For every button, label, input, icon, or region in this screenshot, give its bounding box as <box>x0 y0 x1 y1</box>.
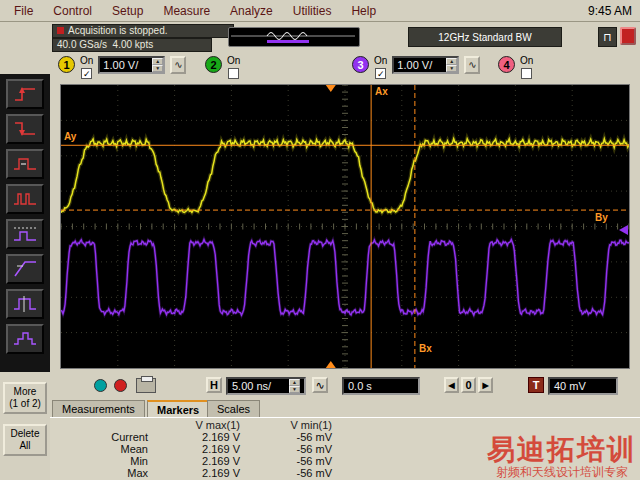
delete-all-button[interactable]: DeleteAll <box>3 424 47 456</box>
print-button[interactable] <box>136 378 156 393</box>
channel-3-coupling-button[interactable]: ∿ <box>464 56 480 74</box>
channel-4-controls: 4 On <box>498 56 533 79</box>
more-button[interactable]: More(1 of 2) <box>3 382 47 414</box>
acquisition-status: Acquisition is stopped. <box>52 24 234 38</box>
channel-2-badge[interactable]: 2 <box>205 56 222 73</box>
menu-measure[interactable]: Measure <box>153 1 220 21</box>
tab-scales[interactable]: Scales <box>207 400 260 417</box>
trigger-toolbar <box>0 74 50 372</box>
horizontal-position-box[interactable]: 0.0 s <box>342 377 420 395</box>
oscilloscope-app: File Control Setup Measure Analyze Utili… <box>0 0 640 480</box>
timebase-dropdown[interactable]: 5.00 ns/ ▲ ▼ <box>226 377 306 395</box>
trigger-transition-button[interactable] <box>6 254 44 284</box>
preview-waveform-icon <box>229 28 357 44</box>
current-vmin: -56 mV <box>246 431 338 443</box>
trigger-mode-icon[interactable]: ⊓ <box>598 27 617 47</box>
trigger-level-box[interactable]: 40 mV <box>548 377 618 395</box>
menu-help[interactable]: Help <box>341 1 386 21</box>
marker-ax-label[interactable]: Ax <box>375 86 388 97</box>
channel-3-controls: 3 On ✓ 1.00 V/ ▲ ▼ ∿ <box>352 56 480 79</box>
timebase-up[interactable]: ▲ <box>289 379 300 386</box>
measurement-table: V max(1) V min(1) Current 2.169 V -56 mV… <box>74 419 338 479</box>
channel-2-controls: 2 On <box>205 56 240 79</box>
vmax-column-header: V max(1) <box>154 419 246 431</box>
channel-2-on-checkbox[interactable] <box>228 68 239 79</box>
channel-1-badge[interactable]: 1 <box>58 56 75 73</box>
waveform-display[interactable]: Ax Ay Bx By <box>60 84 630 369</box>
channel-1-coupling-button[interactable]: ∿ <box>170 56 186 74</box>
bandwidth-status: 12GHz Standard BW <box>408 27 562 47</box>
max-vmin: -56 mV <box>246 467 338 479</box>
trigger-edge-rising-button[interactable] <box>6 79 44 109</box>
max-vmax: 2.169 V <box>154 467 246 479</box>
trigger-menu-button[interactable]: T <box>528 377 544 393</box>
menu-control[interactable]: Control <box>43 1 102 21</box>
glitch-icon <box>12 189 38 209</box>
channel-4-on-checkbox[interactable] <box>521 68 532 79</box>
menu-file[interactable]: File <box>4 1 43 21</box>
channel-3-on-label: On <box>374 56 387 66</box>
horizontal-menu-button[interactable]: H <box>206 377 222 393</box>
transition-icon <box>12 259 38 279</box>
row-header-blank <box>74 419 154 431</box>
channel-1-controls: 1 On ✓ 1.00 V/ ▲ ▼ ∿ <box>58 56 186 79</box>
waveform-grid <box>61 85 629 368</box>
edge-falling-icon <box>12 119 38 139</box>
channel-1-scale-up[interactable]: ▲ <box>152 58 163 65</box>
row-label-min: Min <box>74 455 154 467</box>
tab-measurements[interactable]: Measurements <box>52 400 145 417</box>
min-vmax: 2.169 V <box>154 455 246 467</box>
current-vmax: 2.169 V <box>154 431 246 443</box>
clock: 9:45 AM <box>588 4 640 18</box>
channel-4-badge[interactable]: 4 <box>498 56 515 73</box>
horizontal-position-preview[interactable] <box>228 27 360 47</box>
timebase-down[interactable]: ▼ <box>289 386 300 393</box>
channel-1-on-checkbox[interactable]: ✓ <box>81 68 92 79</box>
menu-bar: File Control Setup Measure Analyze Utili… <box>0 0 640 22</box>
mean-vmin: -56 mV <box>246 443 338 455</box>
trigger-window-button[interactable] <box>6 289 44 319</box>
channel-3-on-checkbox[interactable]: ✓ <box>375 68 386 79</box>
stop-button[interactable] <box>114 379 127 392</box>
trigger-edge-falling-button[interactable] <box>6 114 44 144</box>
min-vmin: -56 mV <box>246 455 338 467</box>
marker-by-label[interactable]: By <box>595 212 608 223</box>
menu-analyze[interactable]: Analyze <box>220 1 283 21</box>
mean-vmax: 2.169 V <box>154 443 246 455</box>
trigger-pattern-button[interactable] <box>6 324 44 354</box>
channel-1-scale-down[interactable]: ▼ <box>152 65 163 72</box>
horizontal-bar: H 5.00 ns/ ▲ ▼ ∿ 0.0 s ◀ 0 ▶ T 40 mV <box>50 372 640 400</box>
channel-3-scale-dropdown[interactable]: 1.00 V/ ▲ ▼ <box>392 56 459 74</box>
trigger-glitch-button[interactable] <box>6 184 44 214</box>
edge-rising-icon <box>12 84 38 104</box>
window-icon <box>12 294 38 314</box>
pattern-icon <box>12 329 38 349</box>
run-stop-button[interactable] <box>620 27 636 45</box>
tab-markers[interactable]: Markers <box>147 400 209 418</box>
channel-3-scale-up[interactable]: ▲ <box>446 58 457 65</box>
channel-1-scale-dropdown[interactable]: 1.00 V/ ▲ ▼ <box>98 56 165 74</box>
touch-button[interactable] <box>94 379 107 392</box>
pulse-width-icon <box>12 154 38 174</box>
row-label-current: Current <box>74 431 154 443</box>
row-label-mean: Mean <box>74 443 154 455</box>
row-label-max: Max <box>74 467 154 479</box>
runt-icon <box>12 224 38 244</box>
sample-rate-status: 40.0 GSa/s 4.00 kpts <box>52 38 212 52</box>
stop-indicator-icon <box>57 27 64 34</box>
menu-utilities[interactable]: Utilities <box>283 1 342 21</box>
position-zero-button[interactable]: 0 <box>461 377 476 393</box>
trigger-pulse-width-button[interactable] <box>6 149 44 179</box>
position-right-button[interactable]: ▶ <box>478 377 493 393</box>
channel-1-on-label: On <box>80 56 93 66</box>
channel-4-on-label: On <box>520 56 533 66</box>
trigger-runt-button[interactable] <box>6 219 44 249</box>
channel-2-on-label: On <box>227 56 240 66</box>
zoom-mode-button[interactable]: ∿ <box>312 377 328 393</box>
marker-ay-label[interactable]: Ay <box>64 131 76 142</box>
menu-setup[interactable]: Setup <box>102 1 153 21</box>
channel-3-badge[interactable]: 3 <box>352 56 369 73</box>
channel-3-scale-down[interactable]: ▼ <box>446 65 457 72</box>
position-left-button[interactable]: ◀ <box>444 377 459 393</box>
marker-bx-label[interactable]: Bx <box>419 343 432 354</box>
